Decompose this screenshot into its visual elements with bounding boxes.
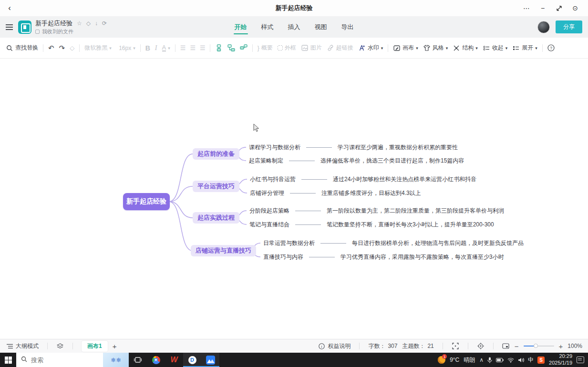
topic-count-label: 主题数： [402,342,425,350]
mindmap-leaf-row[interactable]: 课程学习与数据分析 学习课程至少两遍，重视数据分析积累的重要性 [249,143,458,152]
tab-style[interactable]: 样式 [260,21,275,33]
tab-home[interactable]: 开始 [234,21,248,33]
weather-widget[interactable]: ❄❄ [103,353,129,367]
microphone-icon[interactable] [487,357,492,363]
battery-icon[interactable] [496,358,504,362]
zoom-in-button[interactable]: + [559,343,563,350]
minimize-icon[interactable]: − [536,2,549,14]
insert-image-button[interactable]: 图片 [301,44,322,52]
hyperlink-button[interactable]: 超链接 [327,44,353,52]
layers-button[interactable] [56,342,64,350]
mindmap-leaf-row[interactable]: 店铺评分管理 注重店铺多维度评分，目标达到4.3以上 [250,189,421,197]
tag-icon[interactable]: ◇ [86,20,91,26]
mindmap-leaf-row[interactable]: 起店策略制定 选择偏低客单价，挑选三个类目进行起店，制作15篇内容 [249,156,464,165]
collapse-button[interactable]: 收起 ▾ [483,44,508,52]
add-canvas-button[interactable]: + [113,342,117,350]
browser-d-icon[interactable]: D [183,353,201,367]
mindmap-leaf-row[interactable]: 小红书与抖音运营 通过24小时加够粉丝和关注热点榜单来运营小红书和抖音 [250,175,476,184]
search-input[interactable] [31,357,88,364]
zoom-out-button[interactable]: − [515,343,519,350]
start-button[interactable] [0,353,16,367]
rights-info-button[interactable]: i 权益说明 [318,342,351,350]
mindmap-branch-node[interactable]: 起店实践过程 [193,212,239,224]
close-icon[interactable]: ⊙ [569,2,581,14]
weather-temp[interactable]: 9°C [450,357,459,363]
mindmap-branch-node[interactable]: 起店前的准备 [193,148,239,160]
align-right-button[interactable]: ☰ [200,44,205,51]
favorite-star-icon[interactable]: ☆ [77,20,82,26]
mindmap-canvas[interactable]: 新手起店经验 起店前的准备 平台运营技巧 起店实践过程 店铺运营与直播技巧 课程… [1,59,587,339]
outline-mode-button[interactable]: 大纲模式 [6,342,39,350]
hidden-icons-chevron[interactable]: ∧ [479,357,484,363]
leaf-connector-line [295,211,321,211]
ime-indicator[interactable]: 中 [528,356,534,364]
resize-icon[interactable] [553,2,565,14]
weather-tray-icon[interactable]: 1 [438,356,445,364]
mindmap-app-icon[interactable] [201,353,219,367]
svg-text:?: ? [550,46,553,51]
minimap-button[interactable] [502,342,510,350]
tab-export[interactable]: 导出 [340,21,355,33]
redo-button[interactable]: ↷ [59,44,65,52]
align-left-button[interactable]: ☰ [180,44,186,51]
mindmap-root-node[interactable]: 新手起店经验 [123,193,170,210]
tab-insert[interactable]: 插入 [287,21,301,33]
help-button[interactable]: ? [547,44,555,52]
canvas-settings-button[interactable]: 画布 ▾ [393,44,418,52]
font-size-select[interactable]: 16px ▾ [119,45,135,51]
download-icon[interactable]: ↓ [95,20,98,26]
task-view-button[interactable] [129,353,147,367]
sogou-icon[interactable]: S [537,357,545,364]
avatar[interactable] [537,21,550,33]
locate-center-button[interactable] [477,342,485,350]
taskbar-search[interactable] [16,353,103,367]
mindmap-leaf-row[interactable]: 日常运营与数据分析 每日进行数据榜单分析，处理物流与售后问题，及时更新负反馈产品 [263,239,524,247]
undo-button[interactable]: ↶ [48,44,54,52]
zoom-slider-thumb[interactable] [534,344,538,348]
canvas-tab[interactable]: 画布1 [82,341,108,352]
fit-screen-button[interactable] [452,342,459,350]
style-button[interactable]: 风格 ▾ [423,44,448,52]
outline-mode-icon [6,342,13,350]
share-button[interactable]: 分享 [556,20,582,33]
wifi-icon[interactable] [507,357,514,363]
mindmap-leaf-row[interactable]: 笔记与直播结合 笔记数量坚持不断，直播时长每次3小时以上，提升单量至200-30… [249,220,494,229]
insert-sibling-topic-button[interactable] [227,44,235,52]
taskbar-clock[interactable]: 20:29 2025/1/19 [549,353,572,367]
canvas-label: 画布 [402,44,414,52]
mindmap-leaf-row[interactable]: 直播技巧与内容 学习优秀直播内容，采用露脸与不露脸策略，每次直播至少3小时 [263,253,504,261]
summary-button[interactable]: } 概要 [258,44,273,52]
doc-location[interactable]: 我收到的文件 [42,28,73,35]
zoom-slider[interactable] [524,346,554,347]
tab-view[interactable]: 视图 [314,21,328,33]
mindmap-branch-node[interactable]: 平台运营技巧 [193,181,239,192]
insert-parent-topic-button[interactable] [240,44,248,52]
menu-icon[interactable] [0,24,18,30]
back-button[interactable]: ‹ [0,3,19,13]
zoom-level: 100% [567,343,582,349]
watermark-button[interactable]: 水印 ▾ [358,44,383,52]
notification-center-icon[interactable] [577,357,584,363]
sync-icon[interactable]: ⟳ [102,20,107,26]
font-family-select[interactable]: 微软雅黑 ▾ [84,44,114,52]
wps-icon[interactable]: W [165,353,183,367]
speaker-icon[interactable] [518,357,524,363]
structure-button[interactable]: 结构 ▾ [453,44,478,52]
weather-desc[interactable]: 晴朗 [464,356,475,364]
app-logo-icon[interactable] [18,20,31,34]
boundary-button[interactable]: 外框 [278,44,296,52]
format-painter-button[interactable]: ◇ [70,44,74,51]
align-center-button[interactable]: ☰ [190,44,195,51]
leaf-topic: 日常运营与数据分析 [263,239,315,247]
more-options-icon[interactable]: ⋯ [520,2,533,14]
chrome-icon[interactable] [147,353,165,367]
expand-button[interactable]: 展开 ▾ [512,44,537,52]
mindmap-branch-node[interactable]: 店铺运营与直播技巧 [191,245,256,256]
mindmap-leaf-row[interactable]: 分阶段起店策略 第一阶段以数量为主，第二阶段注重质量，第三阶段提升客单价与利润 [249,206,504,215]
find-replace-button[interactable]: 查找替换 [6,44,38,52]
collapse-list-icon [483,44,490,52]
font-color-button[interactable]: A ▾ [162,44,170,51]
italic-button[interactable]: I [155,44,157,52]
insert-child-topic-button[interactable] [215,44,223,52]
bold-button[interactable]: B [145,44,150,52]
